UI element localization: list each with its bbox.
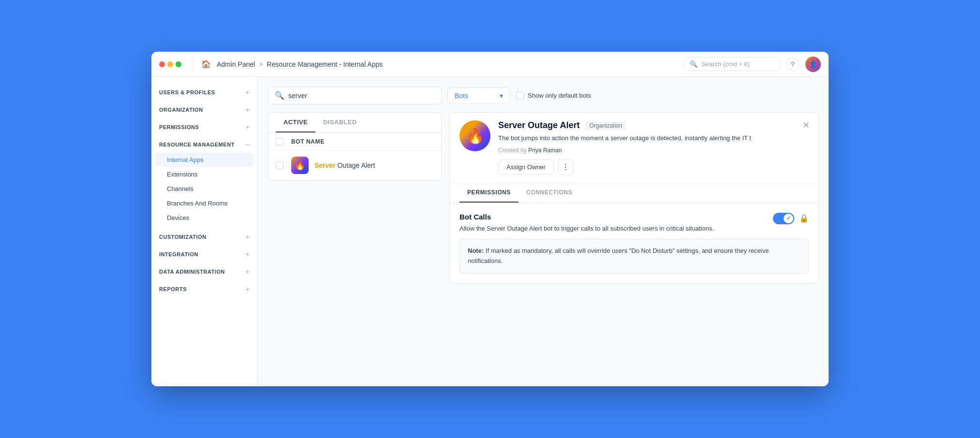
detail-tab-connections-label: CONNECTIONS (526, 189, 572, 196)
row-select-checkbox[interactable] (276, 161, 283, 169)
sidebar-section-users: USERS & PROFILES + (151, 85, 257, 100)
main-content: 🔍 Bots ▾ Show only default bots (258, 77, 829, 386)
sidebar-section-title-data-admin: DATA ADMINISTRATION (159, 269, 225, 275)
sidebar-section-header-org[interactable]: ORGANIZATION + (151, 102, 257, 117)
detail-header: 🔥 Server Outage Alert Organization The b… (450, 113, 818, 183)
bot-list-panel: ACTIVE DISABLED Bot Name (267, 112, 442, 284)
table-row[interactable]: 🔥 Server Outage Alert (268, 151, 441, 180)
plus-icon-users: + (246, 88, 250, 96)
sidebar-item-channels[interactable]: Channels (155, 182, 253, 196)
sidebar-section-customization: CUSTOMIZATION + (151, 229, 257, 245)
sidebar-section-header-permissions[interactable]: PERMISSIONS + (151, 119, 257, 135)
permission-description: Allow the Server Outage Alert bot to tri… (460, 224, 763, 234)
search-icon: 🔍 (690, 60, 698, 68)
bot-name-highlight: Server (314, 161, 336, 169)
bots-dropdown[interactable]: Bots ▾ (447, 88, 510, 104)
sidebar-section-header-resource[interactable]: RESOURCE MANAGEMENT − (151, 137, 257, 152)
search-input[interactable] (288, 92, 434, 100)
show-default-label: Show only default bots (528, 92, 591, 99)
sidebar-section-resource: RESOURCE MANAGEMENT − Internal Apps Exte… (151, 137, 257, 227)
sidebar-item-internal-apps[interactable]: Internal Apps (155, 153, 253, 167)
sidebar-section-title-resource: RESOURCE MANAGEMENT (159, 142, 235, 147)
plus-icon-org: + (246, 106, 250, 114)
close-detail-button[interactable]: ✕ (799, 118, 813, 132)
detail-header-info: Server Outage Alert Organization The bot… (498, 120, 809, 175)
created-by: Created by Priya Raman (498, 147, 809, 154)
permission-controls: ✓ 🔒 (773, 213, 809, 224)
resource-sub-items: Internal Apps Extensions Channels Branch… (151, 153, 257, 227)
sidebar-section-title-permissions: PERMISSIONS (159, 124, 199, 130)
help-button[interactable]: ? (786, 58, 800, 71)
select-all-checkbox[interactable] (276, 138, 283, 146)
lock-icon: 🔒 (799, 214, 809, 223)
bot-icon: 🔥 (291, 157, 309, 174)
sidebar-item-label-branches-rooms: Branches And Rooms (167, 200, 228, 207)
toggle-check-icon: ✓ (787, 215, 791, 221)
assign-owner-button[interactable]: Assign Owner (498, 160, 554, 175)
split-layout: ACTIVE DISABLED Bot Name (267, 112, 819, 284)
sidebar-section-data-admin: DATA ADMINISTRATION + (151, 264, 257, 279)
global-search-bar[interactable]: 🔍 Search (cmd + k) (683, 57, 780, 71)
sidebar-section-reports: REPORTS + (151, 281, 257, 297)
detail-tab-connections[interactable]: CONNECTIONS (519, 183, 580, 203)
sidebar-section-header-integration[interactable]: INTEGRATION + (151, 247, 257, 262)
detail-actions: Assign Owner ⋮ (498, 160, 809, 175)
avatar[interactable]: 👤 (805, 57, 821, 72)
bot-icon-emoji: 🔥 (295, 160, 305, 171)
breadcrumb: Admin Panel > Resource Management - Inte… (217, 60, 383, 68)
bots-dropdown-label: Bots (455, 92, 468, 100)
detail-tabs: PERMISSIONS CONNECTIONS (450, 183, 818, 203)
home-icon[interactable]: 🏠 (201, 59, 211, 69)
window-max-btn[interactable] (176, 61, 181, 67)
bot-name-rest: Outage Alert (336, 161, 375, 169)
bot-calls-toggle[interactable]: ✓ (773, 213, 794, 224)
search-input-icon: 🔍 (275, 91, 284, 100)
sidebar-section-header-data-admin[interactable]: DATA ADMINISTRATION + (151, 264, 257, 279)
permission-row-bot-calls: Bot Calls Allow the Server Outage Alert … (460, 213, 809, 234)
bot-list-tabs: ACTIVE DISABLED (268, 113, 441, 133)
bot-name: Server Outage Alert (314, 161, 375, 169)
tab-disabled[interactable]: DISABLED (315, 113, 365, 132)
sidebar-item-label-extensions: Extensions (167, 171, 198, 178)
sidebar-item-label-channels: Channels (167, 185, 193, 192)
window-min-btn[interactable] (167, 61, 173, 67)
detail-tab-permissions[interactable]: PERMISSIONS (460, 183, 519, 203)
sidebar-section-title-reports: REPORTS (159, 286, 187, 292)
note-box: Note: If marked as mandatory, all calls … (460, 239, 809, 274)
show-default-checkbox[interactable] (516, 92, 524, 100)
sidebar-section-header-users[interactable]: USERS & PROFILES + (151, 85, 257, 100)
window-controls (159, 61, 181, 67)
sidebar-section-header-reports[interactable]: REPORTS + (151, 281, 257, 297)
sidebar: USERS & PROFILES + ORGANIZATION + PERMIS… (151, 77, 258, 386)
tab-active[interactable]: ACTIVE (276, 113, 315, 132)
sidebar-item-branches-rooms[interactable]: Branches And Rooms (155, 196, 253, 210)
show-default-bots-wrap: Show only default bots (516, 92, 591, 100)
sidebar-item-extensions[interactable]: Extensions (155, 167, 253, 181)
sidebar-section-header-customization[interactable]: CUSTOMIZATION + (151, 229, 257, 245)
window-close-btn[interactable] (159, 61, 165, 67)
toggle-knob: ✓ (784, 214, 793, 223)
detail-title: Server Outage Alert (498, 120, 579, 131)
global-search-placeholder: Search (cmd + k) (701, 60, 749, 68)
sidebar-section-title-users: USERS & PROFILES (159, 89, 215, 95)
plus-icon-data-admin: + (246, 268, 250, 276)
minus-icon-resource: − (246, 141, 250, 148)
row-checkbox[interactable] (276, 161, 285, 169)
plus-icon-integration: + (246, 250, 250, 258)
permissions-content: Bot Calls Allow the Server Outage Alert … (450, 203, 818, 283)
topbar-divider (193, 58, 193, 71)
top-bar: 🏠 Admin Panel > Resource Management - In… (151, 52, 829, 77)
sidebar-item-label-devices: Devices (167, 214, 189, 221)
main-layout: USERS & PROFILES + ORGANIZATION + PERMIS… (151, 77, 829, 386)
header-checkbox[interactable] (276, 138, 285, 146)
table-header: Bot Name (268, 133, 441, 151)
tab-disabled-label: DISABLED (323, 118, 357, 126)
sidebar-section-title-org: ORGANIZATION (159, 107, 203, 113)
search-input-wrap[interactable]: 🔍 (267, 87, 442, 104)
bot-list-container: ACTIVE DISABLED Bot Name (267, 112, 442, 181)
org-badge: Organization (585, 121, 626, 130)
more-options-button[interactable]: ⋮ (558, 160, 573, 175)
filter-bar: 🔍 Bots ▾ Show only default bots (267, 87, 819, 104)
sidebar-section-integration: INTEGRATION + (151, 247, 257, 262)
sidebar-item-devices[interactable]: Devices (155, 211, 253, 225)
